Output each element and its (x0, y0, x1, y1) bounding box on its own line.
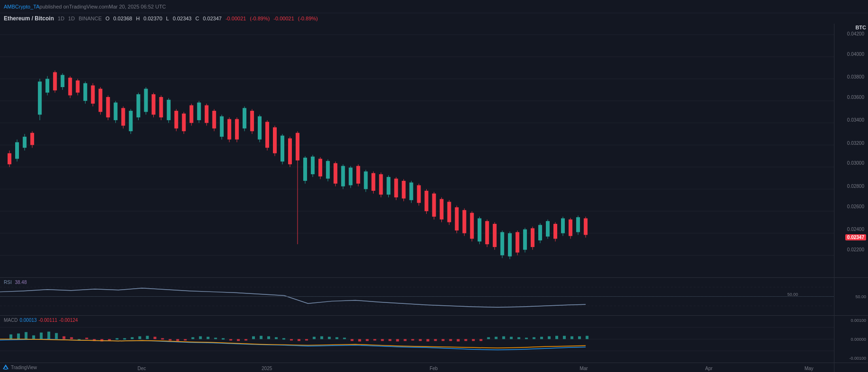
price-scale: BTC 0.04200 0.04000 0.03800 0.03600 0.03… (834, 24, 868, 277)
svg-rect-150 (531, 228, 535, 247)
svg-rect-244 (555, 336, 558, 339)
svg-rect-128 (447, 202, 451, 222)
current-price-badge: 0.02347 (845, 234, 866, 240)
rsi-svg (0, 278, 834, 315)
svg-rect-158 (561, 218, 565, 233)
svg-rect-236 (495, 337, 498, 339)
svg-rect-44 (129, 111, 132, 131)
rsi-panel: RSI 38.48 50.00 (0, 277, 834, 315)
svg-rect-214 (328, 337, 331, 339)
svg-rect-225 (411, 339, 414, 341)
macd-scale-zero: 0.00000 (850, 337, 866, 342)
price-chart-svg (0, 24, 834, 277)
svg-rect-231 (457, 339, 460, 342)
rsi-50-label: 50.00 (787, 292, 798, 297)
svg-rect-220 (373, 339, 376, 341)
svg-rect-70 (228, 119, 231, 140)
svg-rect-191 (154, 337, 157, 339)
svg-rect-213 (320, 337, 323, 339)
svg-rect-84 (281, 136, 284, 162)
time-axis: Dec 2025 Feb Mar Apr May TradingView (0, 363, 868, 372)
svg-rect-164 (584, 218, 587, 235)
svg-rect-60 (190, 105, 193, 123)
svg-rect-202 (237, 339, 240, 341)
svg-rect-108 (371, 173, 375, 191)
svg-rect-22 (45, 79, 49, 93)
macd-label: MACD 0.00013 -0.00111 -0.00124 (4, 318, 78, 323)
publisher-name: AMBCrypto_TA (4, 4, 40, 9)
svg-rect-180 (70, 337, 73, 339)
svg-rect-92 (311, 157, 315, 174)
ticker-close-label: C (195, 16, 199, 21)
svg-rect-140 (493, 224, 497, 247)
svg-rect-134 (470, 213, 474, 239)
macd-v1: 0.00013 (19, 318, 36, 323)
svg-rect-235 (487, 337, 490, 339)
rsi-scale: 50.00 (834, 277, 868, 315)
svg-rect-189 (138, 337, 141, 339)
svg-rect-218 (358, 339, 361, 342)
tv-logo-icon (2, 363, 9, 371)
svg-rect-233 (472, 339, 475, 341)
macd-row: MACD 0.00013 -0.00111 -0.00124 (0, 315, 868, 363)
svg-rect-30 (76, 80, 79, 93)
time-axis-spacer (834, 363, 868, 372)
svg-rect-194 (176, 339, 179, 341)
svg-rect-248 (586, 336, 588, 339)
ticker-timeframe: 1D (58, 16, 64, 21)
svg-rect-110 (379, 174, 383, 195)
tv-logo-text: TradingView (11, 365, 37, 370)
svg-rect-219 (366, 339, 368, 341)
svg-rect-209 (290, 339, 293, 341)
svg-rect-118 (409, 183, 413, 200)
svg-rect-175 (32, 336, 35, 339)
svg-rect-104 (356, 166, 360, 184)
svg-rect-16 (23, 137, 26, 148)
svg-rect-74 (243, 108, 246, 128)
svg-rect-239 (517, 337, 520, 339)
price-level-0.03800: 0.03800 (847, 74, 864, 80)
svg-rect-148 (523, 230, 527, 250)
svg-rect-90 (303, 158, 307, 181)
svg-rect-204 (252, 337, 255, 339)
price-level-0.03200: 0.03200 (847, 141, 864, 146)
svg-rect-229 (442, 339, 445, 341)
svg-rect-184 (100, 339, 103, 342)
svg-rect-232 (465, 339, 467, 341)
svg-rect-86 (288, 138, 292, 164)
svg-rect-138 (485, 221, 489, 244)
svg-rect-238 (510, 337, 513, 339)
ticker-low-label: L (166, 16, 169, 21)
svg-rect-182 (85, 338, 88, 339)
svg-rect-247 (578, 337, 581, 339)
ticker-timeframe-val: 1D (68, 16, 75, 21)
svg-rect-156 (553, 224, 557, 239)
svg-rect-205 (260, 336, 263, 339)
svg-rect-62 (197, 103, 201, 120)
ticker-exchange: BINANCE (79, 16, 102, 21)
svg-rect-126 (440, 199, 444, 220)
svg-rect-195 (184, 339, 187, 341)
main-content: Ethereum / Bitcoin 1D 1D BINANCE O 0.023… (0, 13, 868, 372)
price-level-0.03400: 0.03400 (847, 117, 864, 123)
svg-rect-142 (500, 232, 504, 255)
svg-rect-136 (478, 218, 482, 241)
ticker-bar: Ethereum / Bitcoin 1D 1D BINANCE O 0.023… (0, 13, 868, 24)
svg-rect-196 (192, 337, 194, 339)
ticker-open-label: O (105, 16, 110, 21)
svg-rect-38 (106, 97, 110, 117)
ticker-change2: -0.00021 (273, 16, 294, 21)
svg-rect-246 (570, 337, 573, 339)
svg-rect-94 (318, 159, 322, 176)
svg-rect-198 (207, 337, 210, 339)
candles-early (8, 71, 587, 259)
svg-rect-174 (25, 332, 27, 339)
svg-rect-96 (326, 161, 330, 178)
time-label-dec: Dec (138, 366, 146, 371)
svg-rect-234 (480, 339, 482, 341)
svg-rect-48 (144, 89, 148, 112)
svg-rect-185 (108, 339, 111, 341)
rsi-value: 38.48 (15, 280, 26, 285)
ticker-pair: Ethereum / Bitcoin (4, 15, 54, 22)
ticker-high-label: H (136, 16, 140, 21)
